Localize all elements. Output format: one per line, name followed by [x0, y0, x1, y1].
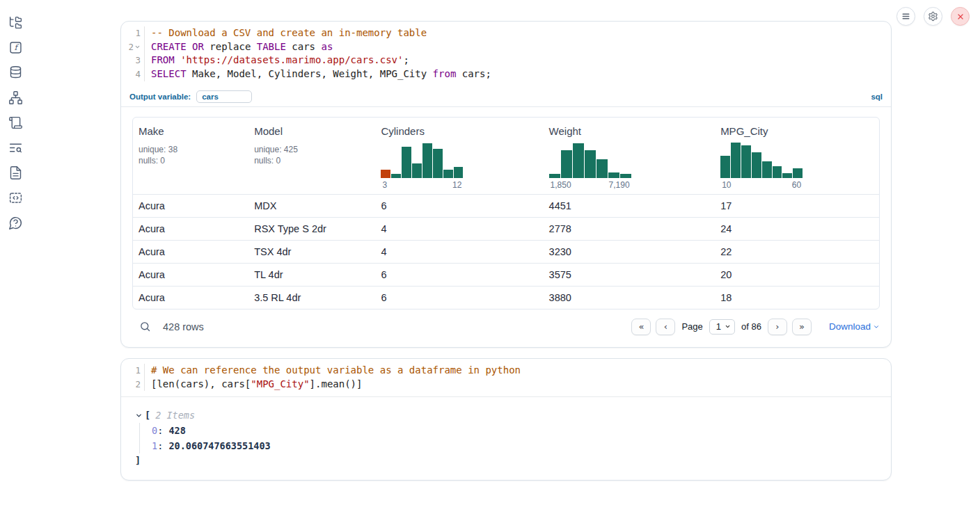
prev-page-button[interactable]: ‹ — [656, 319, 675, 335]
search-icon[interactable] — [139, 321, 151, 333]
entry-key: 0 — [152, 425, 157, 436]
file-explorer-icon[interactable] — [7, 14, 24, 31]
snippets-icon[interactable] — [7, 189, 24, 206]
histogram-bar — [561, 150, 572, 178]
sql-cell: 1-- Download a CSV and create an in-memo… — [120, 21, 892, 348]
page-of-label: of 86 — [741, 321, 761, 332]
next-page-button[interactable]: › — [768, 319, 787, 335]
histogram-bar — [402, 147, 411, 178]
histogram-bar — [773, 166, 782, 178]
code-text: SELECT Make, Model, Cylinders, Weight, M… — [145, 67, 491, 81]
column-title: Make — [139, 125, 243, 137]
column-histogram: 312 — [381, 142, 463, 190]
table-cell: MDX — [248, 200, 375, 211]
variables-icon[interactable]: f — [7, 39, 24, 56]
output-variable-input[interactable]: cars — [196, 90, 252, 103]
line-number: 2 — [121, 378, 145, 392]
output-tree-entries: 0: 4281: 20.060747663551403 — [139, 423, 877, 453]
axis-max-label: 7,190 — [609, 180, 630, 190]
chevron-down-icon — [873, 323, 880, 330]
table-cell: 6 — [375, 292, 543, 303]
code-line[interactable]: 1# We can reference the output variable … — [121, 364, 891, 378]
logs-icon[interactable] — [7, 114, 24, 131]
table-row[interactable]: AcuraTL 4dr6357520 — [133, 263, 879, 286]
histogram-axis: 1060 — [720, 180, 803, 190]
output-tree-entry: 0: 428 — [152, 423, 877, 438]
histogram-bar — [412, 163, 422, 178]
table-cell: TL 4dr — [248, 269, 375, 280]
column-title: MPG_City — [720, 125, 874, 137]
table-of-contents-search-icon[interactable] — [7, 139, 24, 156]
sql-code-editor[interactable]: 1-- Download a CSV and create an in-memo… — [121, 22, 891, 87]
line-number: 1 — [121, 364, 145, 378]
column-header-make[interactable]: Makeunique: 38nulls: 0 — [133, 118, 248, 194]
table-row[interactable]: AcuraRSX Type S 2dr4277824 — [133, 217, 879, 240]
histogram-bar — [585, 150, 596, 178]
histogram-bar — [731, 143, 741, 177]
last-page-button[interactable]: » — [792, 319, 812, 335]
histogram-bar — [752, 152, 761, 177]
row-count: 428 rows — [163, 321, 204, 332]
column-title: Model — [254, 125, 370, 137]
gear-icon[interactable] — [924, 7, 942, 26]
column-header-model[interactable]: Modelunique: 425nulls: 0 — [248, 118, 375, 194]
documentation-icon[interactable] — [7, 164, 24, 181]
help-icon[interactable] — [7, 214, 24, 231]
histogram-bar — [596, 159, 608, 178]
code-text: [len(cars), cars["MPG_City"].mean()] — [145, 378, 362, 392]
code-line[interactable]: 1-- Download a CSV and create an in-memo… — [121, 26, 891, 40]
first-page-button[interactable]: « — [631, 319, 651, 335]
column-header-mpg_city[interactable]: MPG_City1060 — [715, 118, 879, 194]
table-row[interactable]: Acura3.5 RL 4dr6388018 — [133, 286, 879, 309]
close-icon[interactable] — [951, 7, 970, 26]
left-sidebar: f — [0, 0, 31, 507]
table-footer: 428 rows « ‹ Page 1 of 86 › » Download — [121, 309, 891, 347]
table-cell: RSX Type S 2dr — [248, 223, 375, 234]
table-cell: 6 — [375, 269, 543, 280]
column-header-cylinders[interactable]: Cylinders312 — [375, 118, 543, 194]
chevron-down-icon — [725, 323, 731, 330]
fold-chevron-icon[interactable] — [134, 44, 141, 50]
table-cell: 2778 — [544, 223, 716, 234]
collapse-chevron-icon[interactable] — [135, 412, 143, 419]
dependencies-icon[interactable] — [7, 89, 24, 106]
histogram-bar — [620, 174, 631, 178]
code-line[interactable]: 4SELECT Make, Model, Cylinders, Weight, … — [121, 67, 891, 81]
histogram-bar — [443, 170, 453, 177]
code-text: # We can reference the output variable a… — [145, 364, 521, 378]
python-code-editor[interactable]: 1# We can reference the output variable … — [121, 359, 891, 396]
histogram-bar — [573, 143, 584, 177]
column-header-weight[interactable]: Weight1,8507,190 — [544, 118, 716, 194]
histogram-bar — [793, 168, 803, 178]
table-cell: TSX 4dr — [248, 246, 375, 257]
datasources-icon[interactable] — [7, 64, 24, 81]
code-line[interactable]: 2CREATE OR replace TABLE cars as — [121, 40, 891, 54]
column-title: Weight — [549, 125, 710, 137]
histogram — [720, 142, 803, 178]
pagination: « ‹ Page 1 of 86 › » Download — [631, 319, 880, 335]
output-tree-entry: 1: 20.060747663551403 — [152, 438, 877, 453]
output-tree-head: [ 2 Items — [135, 408, 877, 423]
line-number: 4 — [121, 67, 145, 81]
page-select[interactable]: 1 — [709, 319, 735, 335]
code-line[interactable]: 3FROM 'https://datasets.marimo.app/cars.… — [121, 54, 891, 67]
histogram-bar — [549, 174, 560, 178]
code-line[interactable]: 2[len(cars), cars["MPG_City"].mean()] — [121, 378, 891, 392]
histogram-bar — [391, 174, 401, 178]
histogram-bar — [608, 172, 619, 178]
download-button[interactable]: Download — [829, 321, 880, 332]
table-cell: 3.5 RL 4dr — [248, 292, 375, 303]
menu-icon[interactable] — [896, 7, 915, 26]
data-table: Makeunique: 38nulls: 0Modelunique: 425nu… — [132, 117, 880, 309]
python-cell: 1# We can reference the output variable … — [120, 358, 892, 481]
close-bracket: ] — [135, 453, 877, 467]
table-row[interactable]: AcuraTSX 4dr4323022 — [133, 240, 879, 263]
table-row[interactable]: AcuraMDX6445117 — [133, 194, 879, 217]
histogram-axis: 312 — [381, 180, 463, 190]
items-count: 2 Items — [155, 408, 195, 423]
histogram-bar — [422, 143, 432, 177]
histogram-bar — [454, 167, 464, 178]
table-cell: 3880 — [544, 292, 716, 303]
axis-min-label: 10 — [722, 180, 731, 190]
histogram-bar — [433, 149, 443, 178]
